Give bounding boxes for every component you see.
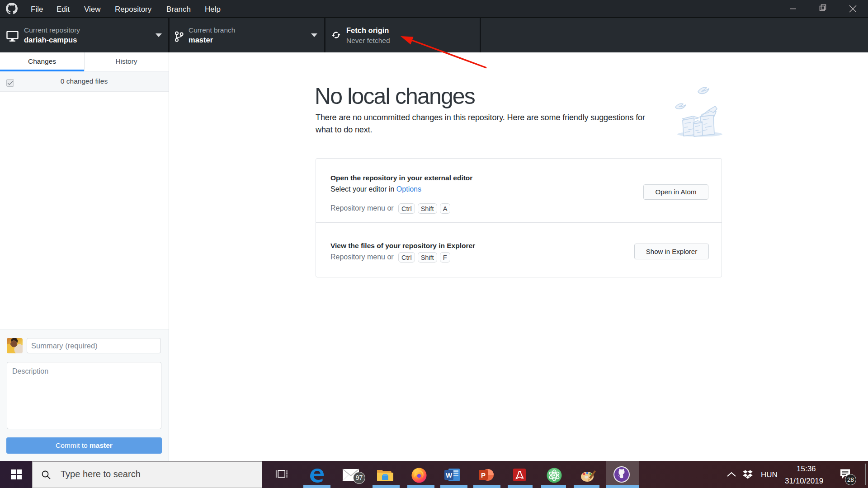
svg-text:P: P	[481, 471, 486, 479]
svg-text:W: W	[446, 471, 453, 479]
